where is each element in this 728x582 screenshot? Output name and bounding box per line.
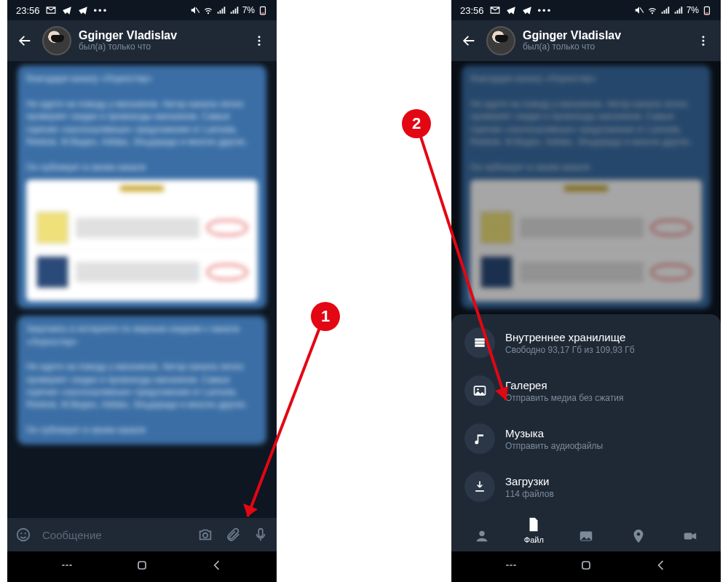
status-time: 23:56	[460, 5, 484, 16]
svg-point-18	[703, 36, 705, 38]
wifi-icon	[647, 5, 657, 15]
svg-line-0	[196, 8, 199, 13]
svg-point-28	[636, 533, 640, 536]
recent-apps-button[interactable]	[504, 558, 518, 575]
tab-file-label: Файл	[524, 535, 544, 544]
signal-icon	[673, 5, 684, 15]
mail-icon	[46, 5, 56, 15]
message-text: благодаря каналу «Лоукостер»	[26, 73, 258, 85]
telegram-icon	[506, 5, 516, 15]
mute-icon	[190, 5, 200, 15]
message-text: Он публикует в своем канале	[26, 424, 258, 436]
annotation-marker-1: 1	[311, 302, 340, 331]
tab-file[interactable]: Файл	[513, 517, 554, 544]
contact-name: Gginger Vladislav	[523, 29, 686, 42]
annotation-arrow-1	[233, 313, 335, 531]
wifi-icon	[203, 5, 213, 15]
battery-icon	[258, 5, 268, 15]
download-icon	[464, 471, 495, 502]
message-text: Не идите на поводу у магазинов. Автор ка…	[26, 98, 258, 149]
sheet-row-sub: Отправить аудиофайлы	[505, 441, 603, 451]
overflow-menu-button[interactable]	[249, 31, 269, 51]
telegram-icon	[78, 5, 88, 15]
back-button[interactable]	[15, 31, 35, 51]
chat-title[interactable]: Gginger Vladislav был(а) только что	[79, 29, 242, 52]
message-bubble[interactable]: благодаря каналу «Лоукостер» Не идите на…	[17, 65, 266, 308]
svg-point-7	[20, 533, 22, 534]
annotation-arrow-2	[411, 135, 528, 418]
svg-point-5	[258, 44, 261, 46]
telegram-icon	[522, 5, 532, 15]
svg-rect-33	[582, 562, 590, 569]
tab-location[interactable]	[618, 528, 659, 544]
chat-title[interactable]: Gginger Vladislav был(а) только что	[523, 29, 686, 52]
svg-rect-14	[138, 562, 146, 569]
signal-icon	[216, 5, 226, 15]
sheet-row-title: Загрузки	[505, 475, 554, 487]
svg-rect-17	[705, 12, 709, 14]
message-text: Он публикует в своем канале	[26, 162, 258, 174]
signal-icon	[229, 5, 240, 15]
tab-gallery[interactable]	[462, 528, 502, 544]
message-bubble[interactable]: Закупаясь в интернете по жирным скидкам …	[17, 316, 266, 445]
sheet-row-sub: 114 файлов	[505, 489, 554, 499]
battery-text: 7%	[687, 5, 699, 15]
music-icon	[464, 423, 495, 454]
android-nav-bar	[7, 551, 277, 582]
svg-point-6	[17, 529, 30, 541]
avatar[interactable]	[486, 26, 515, 55]
message-input[interactable]: Сообщение	[42, 529, 186, 541]
contact-status: был(а) только что	[523, 42, 686, 52]
svg-line-15	[640, 8, 644, 13]
mute-icon	[634, 5, 644, 15]
svg-rect-2	[261, 12, 265, 14]
attach-tabs: Файл	[451, 511, 721, 551]
svg-point-19	[703, 40, 705, 42]
svg-point-8	[25, 533, 26, 534]
svg-point-9	[203, 533, 207, 538]
android-nav-bar	[451, 551, 721, 582]
sheet-row-downloads[interactable]: Загрузки 114 файлов	[451, 463, 721, 511]
chat-header: Gginger Vladislav был(а) только что	[7, 20, 277, 61]
telegram-icon	[62, 5, 72, 15]
status-bar: 23:56 ••• 7%	[7, 0, 277, 20]
home-button[interactable]	[135, 558, 149, 575]
svg-line-36	[420, 135, 506, 400]
camera-button[interactable]	[197, 526, 214, 543]
emoji-button[interactable]	[15, 526, 32, 543]
svg-line-34	[248, 326, 320, 517]
svg-point-26	[479, 531, 484, 536]
svg-rect-29	[684, 533, 692, 539]
svg-point-3	[258, 36, 261, 38]
svg-point-4	[258, 40, 261, 42]
chat-header: Gginger Vladislav был(а) только что	[451, 20, 721, 61]
tab-video[interactable]	[670, 528, 711, 544]
back-nav-button[interactable]	[654, 558, 668, 575]
link-preview[interactable]	[26, 180, 258, 301]
message-text: Закупаясь в интернете по жирным скидкам …	[26, 323, 258, 412]
contact-name: Gginger Vladislav	[79, 29, 242, 42]
sheet-row-music[interactable]: Музыка Отправить аудиофайлы	[451, 415, 721, 463]
annotation-marker-2: 2	[402, 109, 431, 138]
more-dots-icon: •••	[538, 5, 553, 16]
signal-icon	[660, 5, 670, 15]
tab-photo[interactable]	[566, 528, 606, 544]
battery-text: 7%	[242, 5, 255, 15]
overflow-menu-button[interactable]	[693, 31, 713, 51]
mail-icon	[490, 5, 500, 15]
sheet-row-title: Музыка	[505, 427, 603, 439]
back-nav-button[interactable]	[210, 558, 224, 575]
battery-icon	[702, 5, 712, 15]
contact-status: был(а) только что	[79, 42, 242, 52]
back-button[interactable]	[459, 31, 479, 51]
svg-point-20	[703, 44, 705, 46]
more-dots-icon: •••	[94, 5, 108, 16]
avatar[interactable]	[42, 26, 71, 55]
status-time: 23:56	[16, 5, 40, 16]
status-bar: 23:56 ••• 7%	[451, 0, 721, 20]
recent-apps-button[interactable]	[60, 558, 74, 575]
home-button[interactable]	[579, 558, 593, 575]
